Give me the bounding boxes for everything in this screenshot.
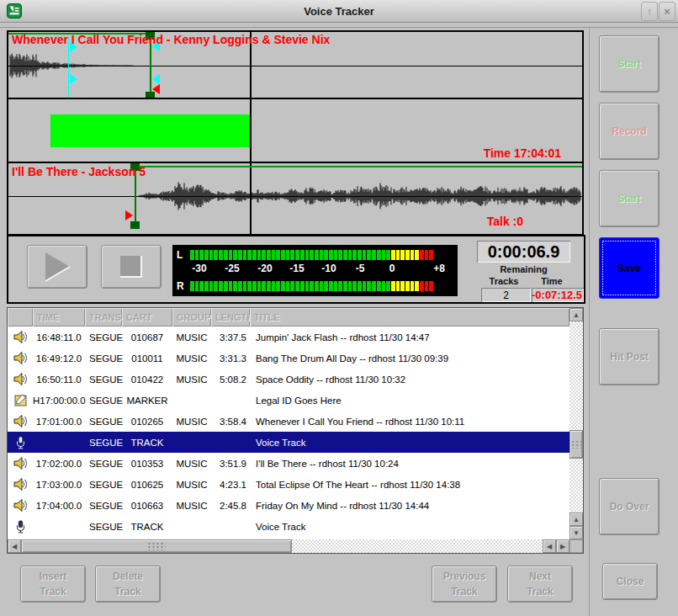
vu-meter-segment [272, 250, 276, 260]
vu-meter-segment [252, 250, 257, 260]
stop-button[interactable] [101, 245, 162, 289]
vu-meter-segment [367, 281, 371, 291]
scroll-down-button[interactable]: ▼ [569, 526, 583, 539]
log-row[interactable]: 17:04:00.0SEGUE010663MUSIC2:45.8Friday O… [8, 495, 569, 516]
scroll-right-button[interactable]: ▶ [556, 539, 569, 553]
do-over-button[interactable]: Do Over [599, 478, 659, 535]
vu-meter-segment [391, 250, 395, 260]
segue-marker-line[interactable] [68, 38, 69, 98]
log-cell-cart: TRACK [122, 522, 172, 532]
vertical-scrollbar[interactable]: ▲ ▲ ▼ [569, 308, 583, 539]
hit-post-button[interactable]: Hit Post [599, 328, 659, 385]
vu-meter-segment [290, 281, 294, 291]
right-channel-label: R [172, 280, 183, 292]
left-meter-segments [190, 250, 433, 260]
vu-meter-segment [334, 250, 338, 260]
log-cell-group: MUSIC [172, 480, 211, 490]
log-row[interactable]: SEGUETRACKVoice Track [8, 516, 569, 537]
log-cell-length: 3:31.3 [211, 353, 250, 364]
previous-track-button[interactable]: Previous Track [432, 566, 497, 603]
vu-meter-segment [195, 281, 199, 291]
record-button[interactable]: Record [599, 103, 659, 160]
next-track-button[interactable]: Next Track [507, 566, 573, 603]
scroll-left-button[interactable]: ◀ [8, 539, 21, 553]
log-row[interactable]: H17:00:00.0SEGUEMARKERLegal ID Goes Here [8, 390, 569, 411]
shade-window-button[interactable]: ↑ [641, 2, 658, 21]
vu-meter-segment [233, 250, 237, 260]
vu-meter-segment [324, 281, 328, 291]
vu-meter-segment [425, 250, 429, 260]
fade-marker-icon[interactable] [152, 74, 160, 84]
log-column-header[interactable] [8, 308, 33, 327]
delete-track-button[interactable]: Delete Track [95, 566, 161, 603]
vu-meter-segment [300, 281, 305, 291]
log-row[interactable]: 16:50:11.0SEGUE010422MUSIC5:08.2Space Od… [8, 369, 569, 390]
log-row[interactable]: 17:02:00.0SEGUE010353MUSIC3:51.9I'll Be … [8, 453, 569, 474]
vu-meter-segment [363, 250, 367, 260]
vu-meter-segment [229, 281, 233, 291]
log-column-header[interactable]: TITLE [250, 308, 569, 327]
close-window-button[interactable]: × [659, 2, 675, 21]
remaining-time-label: Time [525, 276, 579, 286]
horizontal-scroll-thumb[interactable] [21, 539, 292, 553]
vertical-scroll-thumb[interactable] [569, 430, 583, 459]
scrollbar-corner [569, 539, 583, 553]
vu-meter-segment [396, 281, 400, 291]
vu-meter-segment [257, 250, 262, 260]
vu-meter-segment [377, 281, 381, 291]
track2-waveform-band[interactable]: I'll Be There - Jackson 5 Talk :0 [8, 163, 582, 231]
log-cell-title: Voice Track [250, 438, 569, 448]
elapsed-time-display: 0:00:06.9 [477, 241, 570, 263]
vu-meter-segment [363, 281, 367, 291]
save-button[interactable]: Save [599, 237, 659, 299]
vu-meter-segment [315, 250, 319, 260]
vu-meter-segment [286, 250, 290, 260]
track2-record-marker-icon[interactable] [125, 210, 133, 220]
vu-meter-scale: -30-25-20-15-10-50+8 [172, 263, 458, 275]
scroll-left-button[interactable]: ◀ [543, 539, 556, 553]
track2-start-handle[interactable] [130, 221, 140, 229]
vu-meter-segment [267, 281, 271, 291]
log-cell-group: MUSIC [172, 374, 211, 385]
vu-meter-segment [199, 281, 204, 291]
vu-meter-segment [272, 281, 276, 291]
log-column-header[interactable]: TRANS [85, 308, 122, 327]
speaker-icon [8, 331, 33, 343]
vu-meter-segment [209, 250, 214, 260]
vu-meter-segment [315, 281, 319, 291]
log-row[interactable]: 16:49:12.0SEGUE010011MUSIC3:31.3Bang The… [8, 348, 569, 369]
start-track1-button[interactable]: Start [599, 35, 659, 93]
horizontal-scrollbar[interactable]: ◀ ◀ ▶ [8, 539, 569, 553]
scroll-up-button[interactable]: ▲ [569, 512, 583, 526]
voice-track-region[interactable] [50, 114, 252, 147]
close-button[interactable]: Close [602, 563, 658, 600]
log-row[interactable]: 17:03:00.0SEGUE010625MUSIC4:23.1Total Ec… [8, 474, 569, 495]
log-row[interactable]: 17:01:00.0SEGUE010265MUSIC3:58.4Whenever… [8, 411, 569, 432]
segue-marker-handle-icon[interactable] [70, 74, 77, 84]
log-cell-trans: SEGUE [85, 522, 122, 532]
insert-track-button[interactable]: Insert Track [20, 566, 86, 603]
log-column-header[interactable]: TIME [33, 308, 85, 327]
log-cell-trans: SEGUE [85, 353, 122, 364]
log-row[interactable]: 16:48:11.0SEGUE010687MUSIC3:37.5Jumpin' … [8, 327, 569, 348]
play-button[interactable] [27, 245, 87, 289]
log-cell-time: 16:49:12.0 [33, 353, 85, 364]
vu-meter-segment [425, 281, 429, 291]
vu-meter-segment [400, 250, 405, 260]
track1-waveform-band[interactable]: Whenever I Call You Friend - Kenny Loggi… [8, 32, 582, 99]
vu-meter-segment [305, 250, 310, 260]
transport-panel: L -30-25-20-15-10-50+8 R 0:00:06.9 Remai… [7, 235, 585, 304]
vu-meter-segment [219, 281, 223, 291]
vu-meter-scale-label: +8 [433, 263, 445, 274]
voice-track-band[interactable]: Time 17:04:01 [8, 99, 582, 163]
record-marker-icon[interactable] [152, 84, 160, 94]
start-track2-button[interactable]: Start [599, 170, 659, 227]
log-cell-length: 3:51.9 [211, 459, 250, 469]
log-column-header[interactable]: LENGTH [211, 308, 250, 327]
scroll-up-button[interactable]: ▲ [569, 308, 583, 321]
log-column-header[interactable]: CART [122, 308, 172, 327]
log-row[interactable]: SEGUETRACKVoice Track [8, 432, 569, 453]
log-column-header[interactable]: GROUP [172, 308, 211, 327]
log-cell-time: 17:01:00.0 [33, 417, 85, 427]
titlebar[interactable]: Voice Tracker ↑ × [0, 0, 678, 23]
